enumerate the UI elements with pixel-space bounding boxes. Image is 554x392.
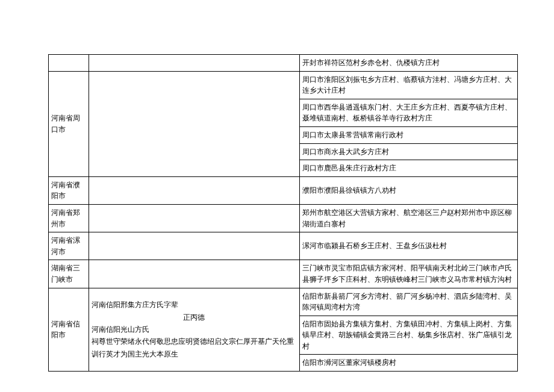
cell-region: 河南省濮阳市 xyxy=(49,176,89,204)
cell-mid: 河南信阳邢集方庄方氏字辈 正丙德 河南信阳光山方氏 祠尊世守荣绪永代何敬思忠应明… xyxy=(89,288,299,372)
cell-right: 周口市鹿邑县朱庄行政村方庄 xyxy=(299,160,517,177)
cell-right: 周口市西华县逍遥镇东门村、大王庄乡方庄村、西夏亭镇方庄村、聂堆镇道南村、板桥镇谷… xyxy=(299,99,517,126)
cell-right: 漯河市临颍县石桥乡王庄村、王盘乡伍汲杜村 xyxy=(299,232,517,260)
cell-mid-empty xyxy=(89,55,299,72)
table-row: 湖南省三门峡市 三门峡市灵宝市阳店镇方家河村、阳平镇南天村北岭三门峡市卢氏县狮子… xyxy=(49,260,518,288)
cell-right: 郑州市航空港区大营镇方家村、航空港区三户赵村郑州市中原区柳湖街道白寨村 xyxy=(299,204,517,232)
cell-mid-empty xyxy=(89,204,299,232)
cell-region: 河南省信阳市 xyxy=(49,288,89,372)
xinyang-mid-line2: 正丙德 xyxy=(92,311,297,323)
xinyang-mid-line3: 河南信阳光山方氏 xyxy=(92,323,297,335)
cell-right: 三门峡市灵宝市阳店镇方家河村、阳平镇南天村北岭三门峡市卢氏县狮子坪乡下庄科村、东… xyxy=(299,260,517,288)
cell-right: 濮阳市濮阳县徐镇镇方八劝村 xyxy=(299,176,517,204)
cell-right: 开封市祥符区范村乡赤仓村、仇楼镇方庄村 xyxy=(299,55,517,72)
cell-right: 信阳市新县箭厂河乡方湾村、箭厂河乡杨冲村、泗店乡陆湾村、吴陈河镇周湾村方湾 xyxy=(299,288,517,316)
xinyang-mid-line4: 祠尊世守荣绪永代何敬思忠应明贤德绍启文宗仁厚开基广天伦重训行英才为国主光大本原生 xyxy=(92,335,297,360)
table-row: 河南省信阳市 河南信阳邢集方庄方氏字辈 正丙德 河南信阳光山方氏 祠尊世守荣绪永… xyxy=(49,288,518,316)
cell-region: 河南省周口市 xyxy=(49,71,89,176)
cell-mid-empty xyxy=(89,260,299,288)
cell-right: 信阳市浉河区董家河镇楼房村 xyxy=(299,355,517,372)
cell-region: 河南省郑州市 xyxy=(49,204,89,232)
cell-mid-empty xyxy=(89,71,299,176)
table-row: 河南省周口市 周口市淮阳区刘振屯乡方庄村、临蔡镇方洼村、冯塘乡方庄村、大连乡大计… xyxy=(49,71,518,99)
cell-mid-empty xyxy=(89,176,299,204)
cell-right: 周口市太康县常营镇常南行政村 xyxy=(299,126,517,143)
table-row: 河南省郑州市 郑州市航空港区大营镇方家村、航空港区三户赵村郑州市中原区柳湖街道白… xyxy=(49,204,518,232)
table-row: 河南省濮阳市 濮阳市濮阳县徐镇镇方八劝村 xyxy=(49,176,518,204)
xinyang-mid-line1: 河南信阳邢集方庄方氏字辈 xyxy=(92,299,297,311)
regions-table: 开封市祥符区范村乡赤仓村、仇楼镇方庄村 河南省周口市 周口市淮阳区刘振屯乡方庄村… xyxy=(48,54,518,372)
cell-right: 信阳市固始县方集镇方集村、方集镇田冲村、方集镇上岗村、方集镇早庄村、胡族铺镇金黄… xyxy=(299,316,517,355)
cell-right: 周口市淮阳区刘振屯乡方庄村、临蔡镇方洼村、冯塘乡方庄村、大连乡大计庄村 xyxy=(299,71,517,99)
cell-region: 湖南省三门峡市 xyxy=(49,260,89,288)
cell-region: 河南省漯河市 xyxy=(49,232,89,260)
table-row: 开封市祥符区范村乡赤仓村、仇楼镇方庄村 xyxy=(49,55,518,72)
cell-right: 周口市商水县大武乡方庄村 xyxy=(299,143,517,160)
cell-mid-empty xyxy=(89,232,299,260)
cell-region-empty xyxy=(49,55,89,72)
table-row: 河南省漯河市 漯河市临颍县石桥乡王庄村、王盘乡伍汲杜村 xyxy=(49,232,518,260)
